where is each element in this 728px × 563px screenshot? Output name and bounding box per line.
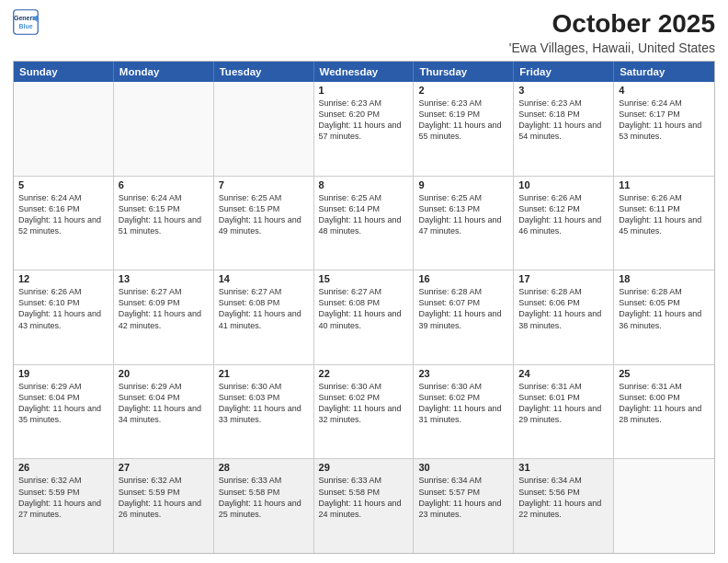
day-number: 7 <box>219 179 309 190</box>
calendar-cell <box>214 82 314 176</box>
day-number: 27 <box>119 462 209 473</box>
day-number: 2 <box>418 85 508 96</box>
calendar-cell: 8Sunrise: 6:25 AM Sunset: 6:14 PM Daylig… <box>314 177 415 270</box>
cell-info: Sunrise: 6:33 AM Sunset: 5:58 PM Dayligh… <box>319 475 409 520</box>
calendar-cell: 12Sunrise: 6:26 AM Sunset: 6:10 PM Dayli… <box>14 270 114 364</box>
calendar-cell: 10Sunrise: 6:26 AM Sunset: 6:12 PM Dayli… <box>514 177 614 270</box>
cell-info: Sunrise: 6:28 AM Sunset: 6:07 PM Dayligh… <box>418 286 508 331</box>
weekday-header: Monday <box>114 62 214 82</box>
cell-info: Sunrise: 6:26 AM Sunset: 6:11 PM Dayligh… <box>619 192 710 237</box>
weekday-header: Tuesday <box>214 62 314 82</box>
cell-info: Sunrise: 6:23 AM Sunset: 6:18 PM Dayligh… <box>518 98 609 143</box>
cell-info: Sunrise: 6:26 AM Sunset: 6:12 PM Dayligh… <box>518 192 609 237</box>
cell-info: Sunrise: 6:29 AM Sunset: 6:04 PM Dayligh… <box>119 381 209 426</box>
cell-info: Sunrise: 6:24 AM Sunset: 6:16 PM Dayligh… <box>18 192 108 237</box>
page: General Blue October 2025 'Ewa Villages,… <box>0 0 728 563</box>
calendar-cell: 11Sunrise: 6:26 AM Sunset: 6:11 PM Dayli… <box>614 177 714 270</box>
calendar-cell: 19Sunrise: 6:29 AM Sunset: 6:04 PM Dayli… <box>14 365 114 459</box>
header: General Blue October 2025 'Ewa Villages,… <box>13 9 715 55</box>
calendar-cell: 23Sunrise: 6:30 AM Sunset: 6:02 PM Dayli… <box>414 365 514 459</box>
cell-info: Sunrise: 6:25 AM Sunset: 6:13 PM Dayligh… <box>418 192 508 237</box>
calendar-cell: 16Sunrise: 6:28 AM Sunset: 6:07 PM Dayli… <box>414 270 514 364</box>
cell-info: Sunrise: 6:30 AM Sunset: 6:02 PM Dayligh… <box>319 381 409 426</box>
cell-info: Sunrise: 6:24 AM Sunset: 6:15 PM Dayligh… <box>119 192 209 237</box>
cell-info: Sunrise: 6:31 AM Sunset: 6:01 PM Dayligh… <box>518 381 609 426</box>
day-number: 18 <box>619 273 710 284</box>
cell-info: Sunrise: 6:32 AM Sunset: 5:59 PM Dayligh… <box>18 475 108 520</box>
calendar-row: 12Sunrise: 6:26 AM Sunset: 6:10 PM Dayli… <box>14 270 714 364</box>
calendar-cell: 13Sunrise: 6:27 AM Sunset: 6:09 PM Dayli… <box>114 270 214 364</box>
day-number: 20 <box>119 368 209 379</box>
calendar-header: SundayMondayTuesdayWednesdayThursdayFrid… <box>14 62 714 82</box>
cell-info: Sunrise: 6:30 AM Sunset: 6:02 PM Dayligh… <box>418 381 508 426</box>
calendar-cell: 25Sunrise: 6:31 AM Sunset: 6:00 PM Dayli… <box>614 365 714 459</box>
calendar-cell <box>14 82 114 176</box>
calendar-cell: 28Sunrise: 6:33 AM Sunset: 5:58 PM Dayli… <box>214 459 314 553</box>
calendar-cell: 5Sunrise: 6:24 AM Sunset: 6:16 PM Daylig… <box>14 177 114 270</box>
weekday-header: Saturday <box>614 62 714 82</box>
cell-info: Sunrise: 6:23 AM Sunset: 6:19 PM Dayligh… <box>418 98 508 143</box>
calendar-cell <box>614 459 714 553</box>
cell-info: Sunrise: 6:32 AM Sunset: 5:59 PM Dayligh… <box>119 475 209 520</box>
day-number: 16 <box>418 273 508 284</box>
calendar-cell: 6Sunrise: 6:24 AM Sunset: 6:15 PM Daylig… <box>114 177 214 270</box>
calendar-cell <box>114 82 214 176</box>
calendar-cell: 18Sunrise: 6:28 AM Sunset: 6:05 PM Dayli… <box>614 270 714 364</box>
day-number: 8 <box>319 179 409 190</box>
day-number: 5 <box>18 179 108 190</box>
cell-info: Sunrise: 6:28 AM Sunset: 6:06 PM Dayligh… <box>518 286 609 331</box>
calendar-cell: 15Sunrise: 6:27 AM Sunset: 6:08 PM Dayli… <box>314 270 415 364</box>
day-number: 11 <box>619 179 710 190</box>
day-number: 30 <box>418 462 508 473</box>
cell-info: Sunrise: 6:31 AM Sunset: 6:00 PM Dayligh… <box>619 381 710 426</box>
cell-info: Sunrise: 6:23 AM Sunset: 6:20 PM Dayligh… <box>319 98 409 143</box>
calendar-cell: 30Sunrise: 6:34 AM Sunset: 5:57 PM Dayli… <box>414 459 514 553</box>
cell-info: Sunrise: 6:27 AM Sunset: 6:08 PM Dayligh… <box>319 286 409 331</box>
cell-info: Sunrise: 6:25 AM Sunset: 6:14 PM Dayligh… <box>319 192 409 237</box>
calendar-cell: 21Sunrise: 6:30 AM Sunset: 6:03 PM Dayli… <box>214 365 314 459</box>
calendar-body: 1Sunrise: 6:23 AM Sunset: 6:20 PM Daylig… <box>14 82 714 553</box>
day-number: 4 <box>619 85 710 96</box>
day-number: 12 <box>18 273 108 284</box>
cell-info: Sunrise: 6:27 AM Sunset: 6:08 PM Dayligh… <box>219 286 309 331</box>
day-number: 29 <box>319 462 409 473</box>
calendar-cell: 26Sunrise: 6:32 AM Sunset: 5:59 PM Dayli… <box>14 459 114 553</box>
day-number: 28 <box>219 462 309 473</box>
cell-info: Sunrise: 6:33 AM Sunset: 5:58 PM Dayligh… <box>219 475 309 520</box>
title-block: October 2025 'Ewa Villages, Hawaii, Unit… <box>509 9 715 55</box>
calendar-cell: 20Sunrise: 6:29 AM Sunset: 6:04 PM Dayli… <box>114 365 214 459</box>
calendar-cell: 14Sunrise: 6:27 AM Sunset: 6:08 PM Dayli… <box>214 270 314 364</box>
day-number: 3 <box>518 85 609 96</box>
cell-info: Sunrise: 6:26 AM Sunset: 6:10 PM Dayligh… <box>18 286 108 331</box>
day-number: 22 <box>319 368 409 379</box>
month-title: October 2025 <box>509 9 715 39</box>
calendar-cell: 3Sunrise: 6:23 AM Sunset: 6:18 PM Daylig… <box>514 82 614 176</box>
calendar-cell: 7Sunrise: 6:25 AM Sunset: 6:15 PM Daylig… <box>214 177 314 270</box>
day-number: 1 <box>319 85 409 96</box>
day-number: 24 <box>518 368 609 379</box>
calendar-cell: 4Sunrise: 6:24 AM Sunset: 6:17 PM Daylig… <box>614 82 714 176</box>
logo-icon: General Blue <box>13 9 39 35</box>
logo: General Blue <box>13 9 39 35</box>
calendar-cell: 24Sunrise: 6:31 AM Sunset: 6:01 PM Dayli… <box>514 365 614 459</box>
calendar-cell: 2Sunrise: 6:23 AM Sunset: 6:19 PM Daylig… <box>414 82 514 176</box>
day-number: 15 <box>319 273 409 284</box>
cell-info: Sunrise: 6:34 AM Sunset: 5:56 PM Dayligh… <box>518 475 609 520</box>
cell-info: Sunrise: 6:24 AM Sunset: 6:17 PM Dayligh… <box>619 98 710 143</box>
day-number: 9 <box>418 179 508 190</box>
day-number: 14 <box>219 273 309 284</box>
calendar-cell: 22Sunrise: 6:30 AM Sunset: 6:02 PM Dayli… <box>314 365 415 459</box>
svg-rect-0 <box>14 10 38 34</box>
day-number: 13 <box>119 273 209 284</box>
weekday-header: Friday <box>514 62 614 82</box>
day-number: 19 <box>18 368 108 379</box>
cell-info: Sunrise: 6:25 AM Sunset: 6:15 PM Dayligh… <box>219 192 309 237</box>
day-number: 21 <box>219 368 309 379</box>
svg-text:Blue: Blue <box>18 23 32 29</box>
day-number: 10 <box>518 179 609 190</box>
day-number: 6 <box>119 179 209 190</box>
weekday-header: Sunday <box>14 62 114 82</box>
day-number: 31 <box>518 462 609 473</box>
calendar-row: 26Sunrise: 6:32 AM Sunset: 5:59 PM Dayli… <box>14 458 714 553</box>
weekday-header: Thursday <box>414 62 514 82</box>
